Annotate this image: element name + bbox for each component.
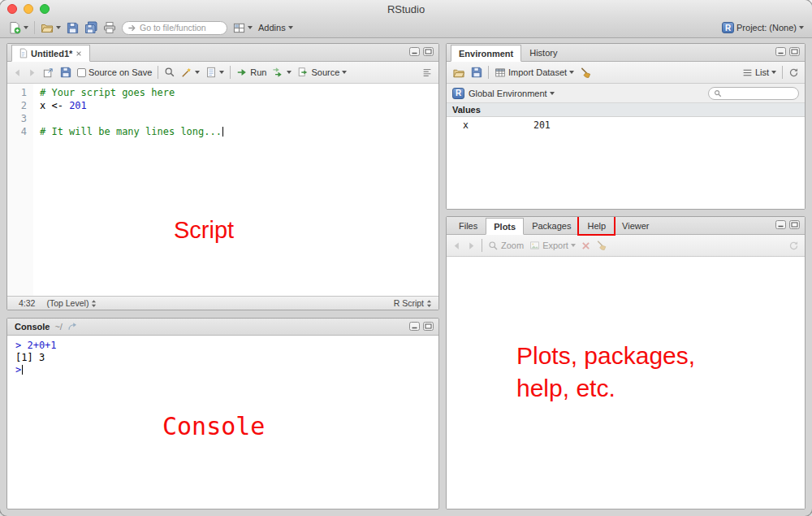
tab-history[interactable]: History (521, 44, 565, 61)
code-tools-button[interactable] (181, 67, 200, 78)
code-editor[interactable]: 1 2 3 4 # Your script goes here x <- 201… (7, 84, 438, 296)
refresh-icon[interactable] (788, 241, 799, 251)
variable-value: 201 (533, 119, 551, 132)
remove-plot-icon[interactable] (581, 241, 590, 250)
print-button[interactable] (103, 21, 116, 34)
environment-scope-selector[interactable]: Global Environment (469, 89, 555, 98)
line-number: 3 (7, 112, 27, 125)
source-toolbar: Source on Save Run So (7, 62, 438, 84)
divider (230, 66, 231, 79)
annotation-plots-line1: Plots, packages, (516, 340, 695, 372)
tab-label: Environment (459, 49, 513, 59)
chevron-down-icon (195, 71, 200, 74)
variable-row[interactable]: x 201 (447, 117, 805, 132)
find-replace-icon[interactable] (164, 67, 175, 78)
scope-label: (Top Level) (46, 298, 89, 308)
compile-report-button[interactable] (205, 67, 224, 78)
source-on-save-toggle[interactable]: Source on Save (77, 67, 152, 77)
titlebar: RStudio (0, 0, 812, 18)
import-dataset-button[interactable]: Import Dataset (495, 67, 574, 78)
back-icon[interactable] (13, 68, 22, 77)
minimize-pane-icon[interactable] (775, 47, 786, 56)
tab-label: Viewer (622, 221, 649, 231)
divider (488, 66, 489, 79)
up-down-icon (91, 299, 97, 308)
pane-window-controls (409, 322, 434, 331)
list-view-button[interactable]: List (742, 67, 776, 78)
pane-layout-button[interactable] (233, 22, 253, 34)
addins-button[interactable]: Addins (258, 23, 293, 33)
r-icon: R (452, 88, 464, 99)
console-output[interactable]: > 2+0+1 [1] 3 > Console (7, 336, 438, 509)
window-title: RStudio (0, 3, 812, 15)
goto-file-search[interactable] (122, 21, 227, 35)
line-number-gutter: 1 2 3 4 (7, 84, 33, 296)
values-section-header[interactable]: Values (447, 103, 805, 117)
maximize-pane-icon[interactable] (789, 47, 800, 56)
tab-help[interactable]: Help (579, 217, 614, 234)
doc-type-selector[interactable]: R Script (394, 298, 432, 308)
search-icon (714, 89, 722, 98)
previous-plot-icon[interactable] (452, 241, 461, 250)
source-button[interactable]: Source (297, 67, 347, 78)
close-icon[interactable] (76, 50, 82, 57)
scope-label: Global Environment (469, 89, 547, 98)
plots-toolbar: Zoom Export (447, 235, 805, 257)
tab-untitled1[interactable]: Untitled1* (11, 45, 90, 62)
refresh-icon[interactable] (788, 67, 799, 78)
text-cursor (22, 365, 23, 375)
import-dataset-label: Import Dataset (508, 67, 567, 77)
new-file-icon (8, 21, 21, 34)
maximize-pane-icon[interactable] (789, 220, 800, 229)
code-line-3 (40, 112, 438, 125)
next-plot-icon[interactable] (467, 241, 476, 250)
forward-icon[interactable] (28, 68, 37, 77)
open-file-button[interactable] (41, 21, 61, 34)
checkbox-icon[interactable] (77, 68, 86, 77)
goto-file-input[interactable] (140, 23, 222, 33)
maximize-pane-icon[interactable] (423, 47, 434, 56)
plot-viewer-area: Plots, packages, help, etc. (447, 257, 805, 509)
project-menu-button[interactable]: R Project: (None) (722, 22, 804, 33)
open-in-window-icon[interactable] (42, 67, 54, 79)
export-button[interactable]: Export (529, 241, 576, 250)
chevron-down-icon (342, 71, 347, 74)
source-tabbar: Untitled1* (7, 44, 438, 62)
rerun-button[interactable] (272, 67, 292, 78)
save-all-button[interactable] (84, 21, 97, 34)
save-icon[interactable] (60, 67, 71, 78)
clear-plots-broom-icon[interactable] (596, 240, 607, 251)
console-title: Console (15, 322, 50, 332)
annotation-plots-line2: help, etc. (516, 372, 695, 405)
tab-label: Untitled1* (31, 49, 72, 59)
zoom-label: Zoom (501, 241, 524, 250)
maximize-pane-icon[interactable] (423, 322, 434, 331)
load-workspace-icon[interactable] (452, 67, 465, 79)
tab-viewer[interactable]: Viewer (614, 217, 657, 234)
environment-search[interactable] (708, 87, 799, 100)
tab-plots[interactable]: Plots (486, 218, 524, 235)
minimize-pane-icon[interactable] (775, 220, 786, 229)
clear-broom-icon[interactable] (580, 67, 592, 79)
zoom-button[interactable]: Zoom (488, 241, 524, 251)
r-document-icon (19, 48, 28, 59)
notebook-icon (205, 67, 217, 78)
minimize-pane-icon[interactable] (409, 322, 420, 331)
run-arrow-icon (236, 67, 248, 78)
chevron-down-icon (571, 244, 576, 247)
tab-environment[interactable]: Environment (451, 45, 521, 62)
tab-files[interactable]: Files (451, 217, 486, 234)
scope-selector[interactable]: (Top Level) (46, 298, 97, 308)
document-outline-icon[interactable] (421, 67, 433, 78)
run-button[interactable]: Run (236, 67, 266, 78)
goto-directory-icon[interactable] (67, 322, 78, 332)
chevron-down-icon (550, 92, 555, 95)
save-button[interactable] (67, 22, 79, 34)
divider (482, 239, 482, 252)
list-icon (742, 67, 753, 78)
save-workspace-icon[interactable] (471, 67, 482, 78)
new-file-button[interactable] (8, 21, 28, 34)
code-area[interactable]: # Your script goes here x <- 201 # It wi… (33, 84, 438, 296)
tab-packages[interactable]: Packages (524, 217, 579, 234)
minimize-pane-icon[interactable] (409, 47, 420, 56)
